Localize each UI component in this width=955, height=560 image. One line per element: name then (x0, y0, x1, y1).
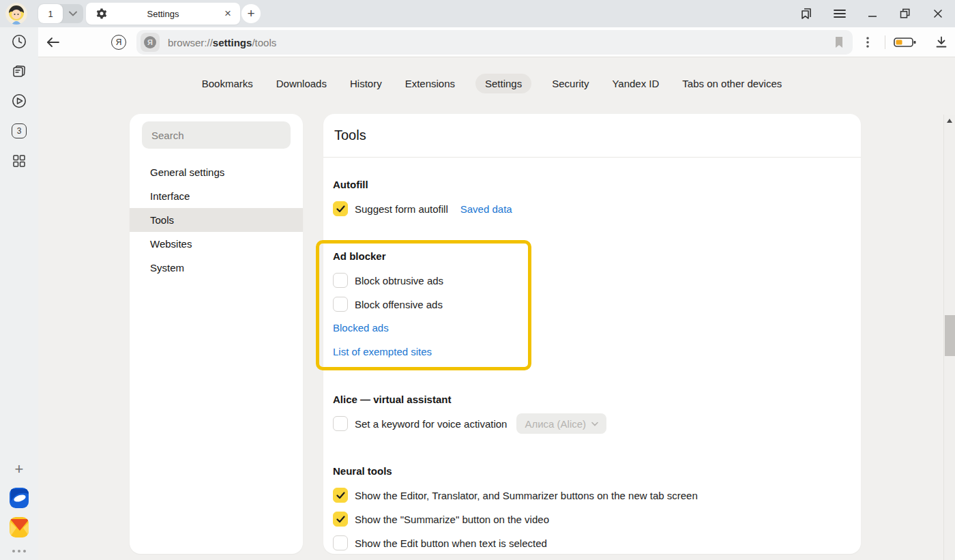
nav-bookmarks[interactable]: Bookmarks (199, 74, 256, 93)
nav-settings[interactable]: Settings (475, 74, 531, 93)
url-text[interactable]: browser://settings/tools (168, 37, 276, 48)
tools-settings-card: Tools Autofill Suggest form autofill Sav… (323, 114, 861, 554)
tabs-count-icon[interactable]: 3 (10, 121, 29, 141)
bookmark-flag-icon[interactable] (832, 35, 846, 49)
close-icon[interactable] (930, 5, 946, 22)
nav-downloads[interactable]: Downloads (274, 74, 329, 93)
settings-page: Bookmarks Downloads History Extensions S… (38, 57, 955, 560)
block-obtrusive-row: Block obtrusive ads (333, 268, 443, 293)
video-play-icon[interactable] (10, 91, 29, 110)
nav-tabs-other-devices[interactable]: Tabs on other devices (679, 74, 784, 93)
tab-counter[interactable]: 1 (38, 4, 63, 23)
minimize-icon[interactable] (864, 5, 881, 22)
block-obtrusive-checkbox[interactable] (333, 273, 348, 288)
editor-buttons-label: Show the Editor, Translator, and Summari… (355, 490, 698, 501)
settings-sidebar-card: General settings Interface Tools Website… (130, 114, 303, 554)
suggest-autofill-row: Suggest form autofill Saved data (333, 196, 512, 221)
alice-keyword-dropdown-value: Алиса (Alice) (525, 418, 586, 430)
editor-buttons-row: Show the Editor, Translator, and Summari… (333, 483, 698, 507)
autofill-heading: Autofill (333, 178, 368, 192)
edit-button-row: Show the Edit button when text is select… (333, 531, 547, 555)
gear-icon (96, 8, 108, 20)
new-tab-button[interactable]: + (241, 4, 261, 23)
nav-yandex-id[interactable]: Yandex ID (609, 74, 662, 93)
chevron-down-icon[interactable] (63, 4, 83, 23)
toolbar-more-icon[interactable] (858, 33, 877, 52)
adblocker-heading: Ad blocker (333, 250, 386, 263)
summarize-video-row: Show the "Summarize" button on the video (333, 507, 549, 531)
rail-more-icon[interactable] (10, 542, 29, 560)
neural-tools-heading: Neural tools (333, 465, 392, 478)
alice-avatar[interactable] (5, 3, 27, 25)
search-input[interactable] (142, 121, 291, 149)
feed-icon[interactable] (10, 62, 29, 81)
page-scrollbar[interactable] (943, 115, 955, 560)
block-offensive-label: Block offensive ads (355, 299, 443, 310)
yandex-mail-app-icon[interactable] (10, 518, 29, 537)
alice-keyword-label: Set a keyword for voice activation (355, 418, 507, 430)
editor-buttons-checkbox[interactable] (333, 488, 348, 503)
summarize-video-label: Show the "Summarize" button on the video (355, 514, 549, 525)
exempted-sites-link[interactable]: List of exempted sites (333, 345, 432, 359)
alice-heading: Alice — virtual assistant (333, 393, 451, 407)
history-clock-icon[interactable] (10, 32, 29, 51)
saved-data-link[interactable]: Saved data (460, 203, 512, 215)
tab-counter-control[interactable]: 1 (38, 4, 83, 23)
suggest-autofill-label: Suggest form autofill (355, 203, 448, 215)
services-grid-icon[interactable] (10, 151, 29, 171)
add-panel-icon[interactable]: + (10, 460, 29, 479)
scrollbar-thumb[interactable] (945, 315, 955, 356)
side-rail: 3 + (0, 27, 38, 560)
address-bar[interactable]: Я browser://settings/tools (136, 30, 853, 55)
menu-item-tools[interactable]: Tools (130, 208, 303, 232)
alice-keyword-dropdown[interactable]: Алиса (Alice) (516, 413, 606, 434)
yandex-search-icon[interactable]: Я (109, 33, 128, 52)
site-icon: Я (141, 33, 160, 52)
bookmarks-panel-icon[interactable] (798, 5, 814, 22)
restore-icon[interactable] (897, 5, 913, 22)
block-obtrusive-label: Block obtrusive ads (355, 275, 443, 286)
menu-item-websites[interactable]: Websites (130, 232, 303, 256)
alice-keyword-checkbox[interactable] (333, 416, 348, 431)
scrollbar-up-arrow-icon[interactable] (947, 119, 952, 123)
summarize-video-checkbox[interactable] (333, 512, 348, 527)
toolbar-divider (885, 35, 885, 49)
edit-button-checkbox[interactable] (333, 535, 348, 550)
block-offensive-checkbox[interactable] (333, 297, 348, 312)
nav-security[interactable]: Security (549, 74, 591, 93)
settings-menu: General settings Interface Tools Website… (130, 160, 303, 280)
menu-item-general-settings[interactable]: General settings (130, 160, 303, 184)
nav-extensions[interactable]: Extensions (402, 74, 458, 93)
browser-toolbar: Я Я browser://settings/tools (38, 27, 955, 57)
yandex-disk-app-icon[interactable] (10, 488, 29, 507)
block-offensive-row: Block offensive ads (333, 292, 443, 316)
title-divider (323, 157, 861, 158)
menu-item-interface[interactable]: Interface (130, 184, 303, 208)
edit-button-label: Show the Edit button when text is select… (355, 537, 547, 549)
settings-nav: Bookmarks Downloads History Extensions S… (38, 72, 945, 94)
tab-title: Settings (108, 9, 218, 19)
battery-icon[interactable] (892, 33, 919, 52)
page-title: Tools (334, 114, 366, 157)
menu-icon[interactable] (832, 5, 848, 22)
window-titlebar: 1 Settings × + (0, 0, 955, 27)
chevron-down-icon (591, 422, 598, 426)
browser-tab-settings[interactable]: Settings × (86, 3, 240, 25)
alice-keyword-row: Set a keyword for voice activation Алиса… (333, 411, 606, 436)
menu-item-system[interactable]: System (130, 256, 303, 280)
tab-close-icon[interactable]: × (218, 4, 237, 23)
suggest-autofill-checkbox[interactable] (333, 201, 348, 216)
back-icon[interactable] (44, 33, 63, 52)
downloads-icon[interactable] (932, 33, 951, 52)
blocked-ads-link[interactable]: Blocked ads (333, 321, 389, 335)
nav-history[interactable]: History (347, 74, 385, 93)
